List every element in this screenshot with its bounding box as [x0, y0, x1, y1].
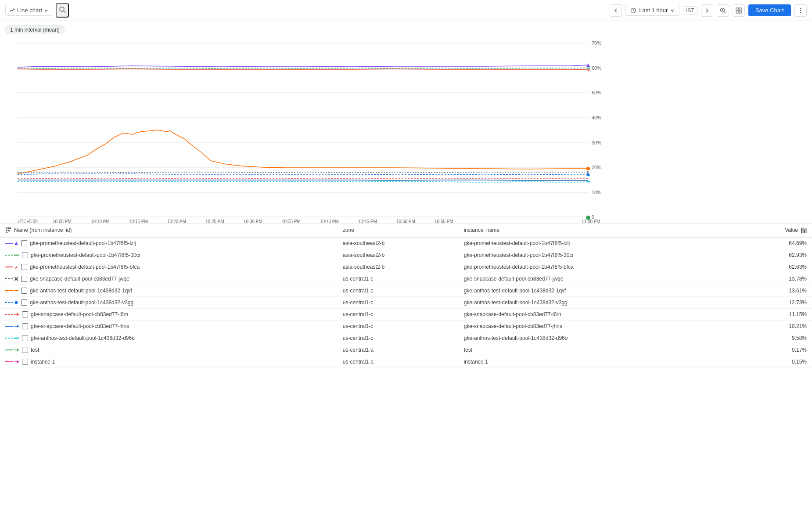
svg-rect-53	[6, 227, 7, 229]
svg-marker-86	[17, 349, 19, 351]
save-chart-button[interactable]: Save Chart	[748, 4, 791, 16]
svg-text:10:25 PM: 10:25 PM	[205, 219, 224, 223]
svg-rect-59	[801, 228, 802, 233]
svg-text:×: ×	[587, 170, 589, 175]
table-row: test us-central1-a test 0.17%	[0, 344, 812, 356]
prev-time-button[interactable]	[610, 4, 622, 17]
row-checkbox[interactable]	[22, 335, 28, 341]
row-checkbox[interactable]	[21, 264, 27, 270]
zone-cell: us-central1-c	[338, 332, 459, 344]
table-row: gke-snapcase-default-pool-cb83ed77-l6rn …	[0, 309, 812, 321]
chevron-down-icon	[44, 8, 48, 13]
instance-column-header: instance_name	[459, 223, 737, 238]
svg-text:★: ★	[14, 265, 18, 269]
svg-text:10%: 10%	[592, 190, 601, 195]
expand-icon	[736, 7, 742, 14]
row-checkbox[interactable]	[21, 288, 27, 294]
row-checkbox[interactable]	[22, 252, 28, 258]
svg-rect-62	[806, 228, 807, 233]
svg-text:10:40 PM: 10:40 PM	[320, 219, 339, 223]
chart-type-label: Line chart	[17, 7, 42, 14]
row-checkbox[interactable]	[22, 347, 28, 353]
search-icon	[58, 6, 66, 14]
name-cell: gke-snapcase-default-pool-cb83ed77-jhns	[0, 321, 338, 332]
row-checkbox[interactable]	[22, 359, 28, 365]
svg-rect-54	[8, 227, 10, 229]
bars-icon[interactable]	[801, 227, 807, 233]
zone-cell: us-central1-c	[338, 321, 459, 332]
name-cell: instance-1	[0, 356, 338, 368]
series-name: gke-prometheustest-default-pool-1b47f8f5…	[30, 240, 136, 246]
svg-marker-89	[17, 360, 19, 363]
svg-rect-10	[739, 11, 741, 13]
svg-text:20%: 20%	[592, 165, 601, 170]
value-cell: 13.61%	[737, 285, 812, 297]
chevron-left-icon	[614, 8, 618, 13]
legend-table: Name (from instance_id) zone instance_na…	[0, 223, 812, 368]
value-cell: 0.17%	[737, 344, 812, 356]
zone-cell: asia-southeast2-b	[338, 237, 459, 249]
instance-name-cell: gke-prometheustest-default-pool-1b47f8f5…	[459, 237, 737, 249]
instance-name-cell: gke-snapcase-default-pool-cb83ed77-jhns	[459, 321, 737, 332]
zoom-icon	[720, 7, 726, 14]
value-cell: 13.78%	[737, 273, 812, 285]
zone-column-header: zone	[338, 223, 459, 238]
name-cell: gke-anthos-test-default-pool-1c438d32-d9…	[0, 332, 338, 344]
more-options-button[interactable]	[794, 4, 807, 17]
svg-line-1	[64, 11, 65, 13]
table-row: instance-1 us-central1-a instance-1 0.15…	[0, 356, 812, 368]
time-range-label: Last 1 hour	[639, 7, 668, 14]
name-cell: gke-prometheustest-default-pool-1b47f8f5…	[0, 249, 338, 261]
series-name: gke-anthos-test-default-pool-1c438d32-1q…	[30, 288, 132, 294]
zone-cell: us-central1-c	[338, 285, 459, 297]
svg-rect-58	[6, 232, 7, 233]
zoom-button[interactable]	[717, 4, 729, 17]
svg-point-11	[800, 8, 801, 9]
series-name: gke-anthos-test-default-pool-1c438d32-v3…	[30, 299, 133, 306]
chart-type-button[interactable]: Line chart	[5, 5, 52, 16]
instance-name-cell: gke-anthos-test-default-pool-1c438d32-1q…	[459, 285, 737, 297]
search-button[interactable]	[56, 3, 69, 18]
more-vert-icon	[798, 7, 804, 14]
expand-button[interactable]	[733, 4, 745, 17]
row-checkbox[interactable]	[21, 299, 27, 306]
chart-svg: 70% 60% 50% 40% 30% 20% 10% 0 ★ ×	[0, 21, 812, 223]
chevron-right-icon	[705, 8, 709, 13]
svg-rect-60	[803, 227, 804, 233]
svg-rect-56	[6, 230, 7, 231]
svg-rect-61	[804, 229, 805, 233]
value-cell: 10.21%	[737, 321, 812, 332]
value-cell: 11.15%	[737, 309, 812, 321]
svg-text:UTC+5:30: UTC+5:30	[18, 219, 38, 223]
name-cell: ★ gke-prometheustest-default-pool-1b47f8…	[0, 261, 338, 273]
instance-name-cell: gke-snapcase-default-pool-cb83ed77-jwqe	[459, 273, 737, 285]
legend-container: Name (from instance_id) zone instance_na…	[0, 223, 812, 368]
svg-text:10:50 PM: 10:50 PM	[396, 219, 415, 223]
table-row: gke-anthos-test-default-pool-1c438d32-d9…	[0, 332, 812, 344]
series-name: gke-prometheustest-default-pool-1b47f8f5…	[30, 264, 140, 270]
value-header-label: Value	[785, 227, 798, 233]
svg-text:10:30 PM: 10:30 PM	[244, 219, 262, 223]
name-cell: gke-anthos-test-default-pool-1c438d32-v3…	[0, 297, 338, 309]
table-row: gke-snapcase-default-pool-cb83ed77-jhns …	[0, 321, 812, 332]
next-time-button[interactable]	[701, 4, 713, 17]
value-cell: 0.15%	[737, 356, 812, 368]
row-checkbox[interactable]	[21, 276, 27, 282]
table-row: gke-anthos-test-default-pool-1c438d32-1q…	[0, 285, 812, 297]
row-checkbox[interactable]	[22, 323, 28, 329]
svg-text:40%: 40%	[592, 115, 601, 120]
name-cell: gke-snapcase-default-pool-cb83ed77-jwqe	[0, 273, 338, 285]
table-row: gke-prometheustest-default-pool-1b47f8f5…	[0, 237, 812, 249]
value-cell: 9.58%	[737, 332, 812, 344]
toolbar-right: Last 1 hour IST Save Chart	[610, 4, 807, 17]
time-range-button[interactable]: Last 1 hour	[625, 5, 679, 16]
zone-cell: us-central1-a	[338, 356, 459, 368]
instance-name-cell: gke-anthos-test-default-pool-1c438d32-v3…	[459, 297, 737, 309]
svg-text:70%: 70%	[592, 40, 601, 46]
name-cell: gke-prometheustest-default-pool-1b47f8f5…	[0, 237, 338, 249]
row-checkbox[interactable]	[22, 311, 28, 317]
value-column-header: Value	[737, 223, 812, 237]
row-checkbox[interactable]	[21, 240, 27, 246]
series-name: gke-snapcase-default-pool-cb83ed77-jhns	[31, 323, 129, 329]
table-header-row: Name (from instance_id) zone instance_na…	[0, 223, 812, 238]
